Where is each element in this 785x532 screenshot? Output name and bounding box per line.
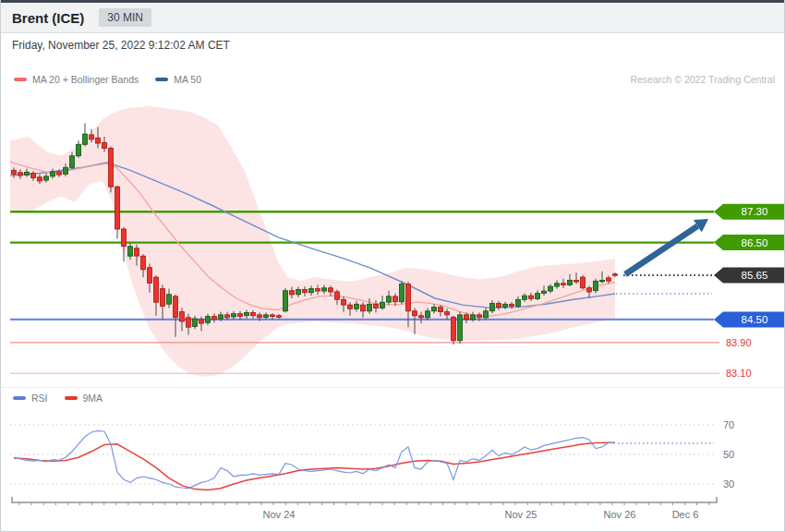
forecast-arrow <box>625 219 708 274</box>
chart-header: Brent (ICE) 30 MIN <box>1 3 784 33</box>
rsi-series-9MA <box>14 442 615 490</box>
time-axis: Nov 24Nov 25Nov 26Dec 6 <box>12 497 717 520</box>
time-axis-label: Nov 25 <box>505 509 537 520</box>
ma20-bollinger-swatch <box>14 78 27 81</box>
rsi-9ma-label: 9MA <box>83 393 103 404</box>
candle <box>581 275 586 290</box>
projection-dotted-lines <box>616 275 712 294</box>
timeframe-badge: 30 MIN <box>99 8 151 27</box>
svg-text:84.50: 84.50 <box>742 314 768 325</box>
trading-central-chart-widget: Brent (ICE) 30 MIN Friday, November 25, … <box>0 0 785 532</box>
main-chart-legend: MA 20 + Bollinger Bands MA 50 <box>14 74 218 85</box>
chart-timestamp: Friday, November 25, 2022 9:12:02 AM CET <box>12 39 230 52</box>
rsi-legend: RSI 9MA <box>13 393 119 404</box>
time-axis-label: Dec 6 <box>672 509 699 520</box>
svg-text:87.30: 87.30 <box>742 206 768 217</box>
ma20-bollinger-label: MA 20 + Bollinger Bands <box>32 74 139 85</box>
price-label-87.30: 87.30 <box>714 204 784 220</box>
rsi-9ma-swatch <box>65 396 78 400</box>
price-label-86.50: 86.50 <box>714 235 784 250</box>
svg-text:85.65: 85.65 <box>742 270 768 281</box>
candle <box>458 312 463 345</box>
svg-text:83.90: 83.90 <box>726 337 752 348</box>
svg-text:50: 50 <box>723 449 734 460</box>
candle <box>83 123 88 146</box>
ma50-label: MA 50 <box>174 74 201 85</box>
svg-text:30: 30 <box>723 478 734 490</box>
price-axis-labels: 87.3086.5085.6584.5083.9083.10 <box>714 204 784 380</box>
svg-text:86.50: 86.50 <box>742 237 768 248</box>
top-accent-strip <box>1 0 784 3</box>
rsi-panel: 705030 <box>10 419 734 490</box>
price-label-83.10: 83.10 <box>726 368 752 379</box>
price-label-85.65: 85.65 <box>714 268 784 284</box>
candle <box>452 316 456 345</box>
candle <box>284 288 288 313</box>
research-credit: Research © 2022 Trading Central <box>630 74 775 85</box>
time-axis-label: Nov 26 <box>604 509 636 520</box>
rsi-label: RSI <box>31 393 48 404</box>
candle <box>400 281 405 304</box>
svg-text:70: 70 <box>723 419 734 430</box>
time-axis-label: Nov 24 <box>263 509 296 520</box>
instrument-title: Brent (ICE) <box>12 10 84 26</box>
rsi-swatch <box>13 396 26 400</box>
svg-text:83.10: 83.10 <box>726 368 752 379</box>
price-label-83.90: 83.90 <box>726 337 752 348</box>
ma50-swatch <box>155 78 168 81</box>
rsi-series-RSI <box>14 430 615 488</box>
candle <box>109 146 114 192</box>
price-label-84.50: 84.50 <box>714 311 784 327</box>
